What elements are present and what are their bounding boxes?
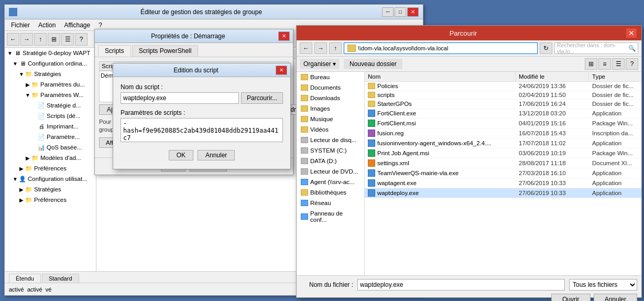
up-nav-button[interactable]: ↑ (329, 42, 342, 54)
nav-lecteur-disq[interactable]: Lecteur de disq... (297, 135, 364, 145)
edition-annuler-button[interactable]: Annuler (198, 150, 235, 160)
view-button[interactable]: ⊞ (48, 33, 60, 46)
col-nom[interactable]: Nom (365, 72, 516, 81)
tree-item-strategies-2[interactable]: ▶ 📁 Stratégies (5, 184, 96, 195)
proprietes-title: Propriétés de : Démarrage (98, 33, 278, 40)
close-button[interactable]: ✕ (407, 7, 419, 17)
nav-musique[interactable]: Musique (297, 114, 364, 124)
filter-button[interactable]: ☰ (61, 33, 74, 46)
file-row[interactable]: settings.xml 28/08/2017 11:18 Document X… (365, 158, 641, 168)
nav-agent[interactable]: Agent (\\srv-ac... (297, 177, 364, 187)
forward-button[interactable]: → (20, 33, 33, 46)
file-row[interactable]: Policies 24/06/2019 13:36 Dossier de fic… (365, 82, 641, 91)
status-text-2: activé (27, 286, 42, 293)
tree-item-modeles[interactable]: ▶ 📁 Modèles d'ad... (5, 153, 96, 163)
tab-scripts-powershell[interactable]: Scripts PowerShell (132, 45, 199, 57)
nav-videos[interactable]: Vidéos (297, 124, 364, 135)
main-window-title: Éditeur de gestion des stratégies de gro… (20, 8, 382, 16)
tab-standard[interactable]: Standard (42, 274, 79, 283)
minimize-button[interactable]: ─ (382, 7, 394, 17)
tree-item-strategie[interactable]: ▼ 🖥 Stratégie 0-deploy WAPT (5, 48, 96, 58)
help-button[interactable]: ? (75, 33, 88, 46)
edition-close-button[interactable]: ✕ (276, 66, 287, 75)
help-view-button[interactable]: ? (626, 58, 638, 70)
nav-downloads[interactable]: Downloads (297, 93, 364, 103)
tree-item-strategies-1[interactable]: ▼ 📁 Stratégies (5, 69, 96, 79)
filename-row: Nom du fichier : Tous les fichiers (301, 279, 637, 291)
nav-data-d[interactable]: DATA (D:) (297, 156, 364, 166)
up-button[interactable]: ↑ (34, 33, 47, 46)
filename-input[interactable] (357, 279, 565, 291)
nouveau-dossier-button[interactable]: Nouveau dossier (344, 59, 402, 69)
nav-panneau[interactable]: Panneau de conf... (297, 208, 364, 225)
tree-item-strategie-d[interactable]: 📄 Stratégie d... (5, 100, 96, 111)
proprietes-title-bar: Propriétés de : Démarrage ✕ (95, 29, 293, 43)
file-row-selected[interactable]: waptdeploy.exe 27/06/2019 10:33 Applicat… (365, 188, 641, 198)
folder-icon (368, 83, 375, 89)
tree-item-config-ordina[interactable]: ▼ 🖥 Configuration ordina... (5, 58, 96, 69)
maximize-button[interactable]: □ (395, 7, 406, 17)
proprietes-close-button[interactable]: ✕ (278, 31, 290, 41)
folder-icon (368, 92, 375, 98)
nav-system-c[interactable]: SYSTEM (C:) (297, 145, 364, 156)
ouvrir-button[interactable]: Ouvrir (551, 294, 591, 301)
address-bar[interactable]: \\dom-vla.local\sysvol\dom-vla.local (344, 42, 538, 54)
parametres-input[interactable]: -hash=f9e9620885c2ab439d81048ddb29119aa4… (121, 118, 283, 142)
file-row[interactable]: Print Job Agent.msi 03/06/2019 10:19 Pac… (365, 148, 641, 158)
refresh-button[interactable]: ↻ (540, 42, 552, 54)
details-view-button[interactable]: ☰ (612, 58, 625, 70)
tree-item-preferences-2[interactable]: ▶ 📁 Préférences (5, 195, 96, 205)
edition-ok-button[interactable]: OK (169, 150, 193, 160)
nav-images[interactable]: Images (297, 103, 364, 114)
menu-help[interactable]: ? (94, 20, 106, 30)
nom-script-input[interactable] (121, 92, 239, 104)
folder-icon-3: 📁 (31, 91, 39, 99)
back-button[interactable]: ← (7, 33, 19, 46)
file-row[interactable]: StarterGPOs 17/06/2019 16:24 Dossier de … (365, 100, 641, 109)
reg-icon (368, 130, 375, 137)
nav-reseau[interactable]: Réseau (297, 198, 364, 208)
tree-item-parametres-w[interactable]: ▼ 📁 Paramètres W... (5, 90, 96, 100)
file-row[interactable]: fusioninventory-agent_windows-x64_2.4...… (365, 138, 641, 148)
second-toolbar: Organiser ▾ Nouveau dossier ⊞ ≡ ☰ ? (297, 57, 641, 72)
list-view-button[interactable]: ≡ (598, 58, 611, 70)
back-nav-button[interactable]: ← (300, 42, 312, 54)
file-row[interactable]: scripts 02/04/2019 11:50 Dossier de fic.… (365, 91, 641, 100)
nav-bureau[interactable]: Bureau (297, 72, 364, 82)
filetype-select[interactable]: Tous les fichiers (569, 279, 637, 291)
menu-action[interactable]: Action (34, 20, 60, 30)
menu-fichier[interactable]: Fichier (7, 20, 34, 30)
organiser-button[interactable]: Organiser ▾ (300, 59, 340, 69)
nav-dvd[interactable]: Lecteur de DVD... (297, 166, 364, 177)
edition-parcourir-button[interactable]: Parcourir... (241, 92, 283, 104)
file-row[interactable]: FortiClient.exe 13/12/2018 03:20 Applica… (365, 109, 641, 119)
tree-item-preferences-1[interactable]: ▶ 📁 Préférences (5, 163, 96, 174)
file-row[interactable]: FortiClient.msi 04/01/2019 15:16 Package… (365, 119, 641, 128)
search-icon: 🔍 (628, 45, 636, 52)
tree-item-imprimant[interactable]: 🖨 Imprimant... (5, 121, 96, 132)
tree-item-config-util[interactable]: ▼ 👤 Configuration utilisat... (5, 174, 96, 184)
images-icon (301, 105, 308, 112)
tree-item-scripts-de[interactable]: 📄 Scripts (dé... (5, 111, 96, 121)
file-row[interactable]: TeamViewerQS-mairie-vla.exe 27/03/2018 1… (365, 168, 641, 178)
menu-affichage[interactable]: Affichage (60, 20, 94, 30)
panneau-icon (301, 213, 308, 220)
tab-etendu[interactable]: Étendu (9, 274, 41, 283)
grid-view-button[interactable]: ⊞ (585, 58, 597, 70)
tree-item-parametre2[interactable]: 📄 Paramètre... (5, 132, 96, 142)
dialog-edition: Edition du script ✕ Nom du script : Parc… (113, 63, 291, 169)
file-row[interactable]: fusion.reg 16/07/2018 15:43 Inscription … (365, 128, 641, 138)
tree-item-parametres-du[interactable]: ▶ 📁 Paramètres du... (5, 79, 96, 90)
search-bar[interactable]: Rechercher dans : dom-vla.lo... 🔍 (554, 42, 638, 54)
parcourir-annuler-button[interactable]: Annuler (594, 294, 637, 301)
tab-scripts[interactable]: Scripts (98, 45, 131, 57)
file-row[interactable]: waptagent.exe 27/06/2019 10:33 Applicati… (365, 178, 641, 188)
forward-nav-button[interactable]: → (314, 42, 327, 54)
col-type[interactable]: Type (589, 72, 641, 81)
parcourir-close-button[interactable]: ✕ (626, 28, 637, 38)
exe-icon (368, 169, 375, 177)
nav-documents[interactable]: Documents (297, 82, 364, 93)
col-modifie[interactable]: Modifié le (516, 72, 589, 81)
nav-bibliotheques[interactable]: Bibliothèques (297, 187, 364, 198)
tree-item-qos[interactable]: 📊 QoS basée... (5, 142, 96, 153)
